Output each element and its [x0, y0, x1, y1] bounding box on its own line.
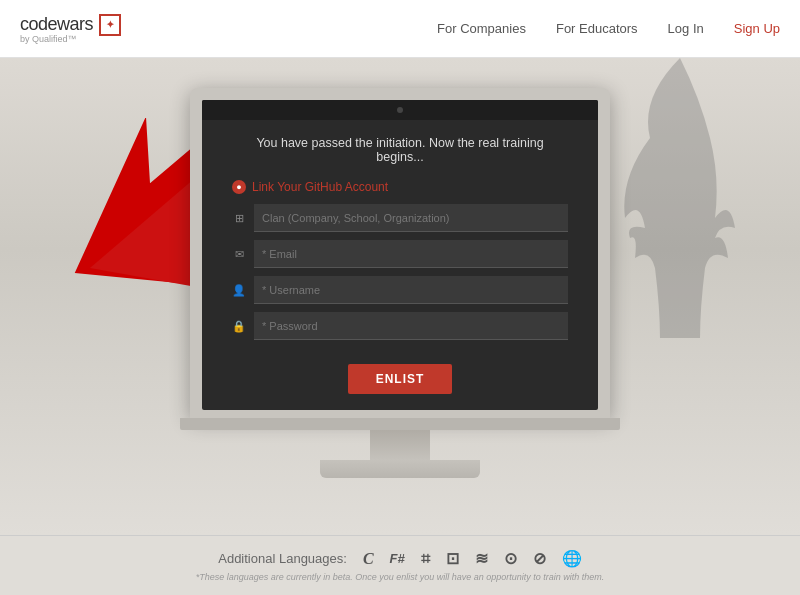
footer: Additional Languages: C F# ⌗ ⊡ ≋ ⊙ ⊘ 🌐 *… — [0, 535, 800, 595]
lang-mail-icon: ⌗ — [421, 550, 430, 568]
lang-fsharp-icon: F# — [390, 551, 405, 566]
username-input[interactable] — [254, 276, 568, 304]
email-icon: ✉ — [232, 248, 246, 261]
footer-disclaimer: *These languages are currently in beta. … — [196, 572, 605, 582]
clan-input[interactable] — [254, 204, 568, 232]
header: codewars ✦ by Qualified™ For Companies F… — [0, 0, 800, 58]
footer-languages: Additional Languages: C F# ⌗ ⊡ ≋ ⊙ ⊘ 🌐 — [218, 549, 582, 568]
lang-circle-icon: ⊙ — [504, 549, 517, 568]
languages-label: Additional Languages: — [218, 551, 347, 566]
lang-slash-icon: ⊘ — [533, 549, 546, 568]
nav-educators[interactable]: For Educators — [556, 21, 638, 36]
clan-icon: ⊞ — [232, 212, 246, 225]
monitor-screen-outer: You have passed the initiation. Now the … — [190, 88, 610, 418]
lang-wave-icon: ≋ — [475, 549, 488, 568]
username-field: 👤 — [232, 276, 568, 304]
logo-icon: ✦ — [99, 14, 121, 36]
monitor-headline: You have passed the initiation. Now the … — [232, 136, 568, 164]
lang-box-icon: ⊡ — [446, 549, 459, 568]
enlist-button[interactable]: ENLIST — [348, 364, 453, 394]
password-input[interactable] — [254, 312, 568, 340]
monitor-neck — [370, 430, 430, 460]
monitor-camera — [397, 107, 403, 113]
nav-signup[interactable]: Sign Up — [734, 21, 780, 36]
github-icon: ● — [232, 180, 246, 194]
nav-login[interactable]: Log In — [668, 21, 704, 36]
github-link[interactable]: ● Link Your GitHub Account — [232, 180, 388, 194]
monitor: You have passed the initiation. Now the … — [180, 88, 620, 478]
logo-sub: by Qualified™ — [20, 34, 77, 44]
monitor-content: You have passed the initiation. Now the … — [202, 120, 598, 410]
nav-links: For Companies For Educators Log In Sign … — [437, 21, 780, 36]
monitor-screen: You have passed the initiation. Now the … — [202, 100, 598, 410]
nav-companies[interactable]: For Companies — [437, 21, 526, 36]
clan-field: ⊞ — [232, 204, 568, 232]
monitor-camera-bar — [202, 100, 598, 120]
tree-silhouette — [620, 58, 740, 338]
logo-text: codewars — [20, 14, 93, 35]
monitor-stand — [320, 460, 480, 478]
user-icon: 👤 — [232, 284, 246, 297]
logo-main: codewars ✦ — [20, 14, 121, 36]
password-field: 🔒 — [232, 312, 568, 340]
logo-area: codewars ✦ by Qualified™ — [20, 14, 121, 44]
main-area: You have passed the initiation. Now the … — [0, 58, 800, 535]
lock-icon: 🔒 — [232, 320, 246, 333]
github-link-text: Link Your GitHub Account — [252, 180, 388, 194]
lang-globe-icon: 🌐 — [562, 549, 582, 568]
email-field: ✉ — [232, 240, 568, 268]
email-input[interactable] — [254, 240, 568, 268]
lang-c-icon: C — [363, 550, 374, 568]
monitor-base-top — [180, 418, 620, 430]
